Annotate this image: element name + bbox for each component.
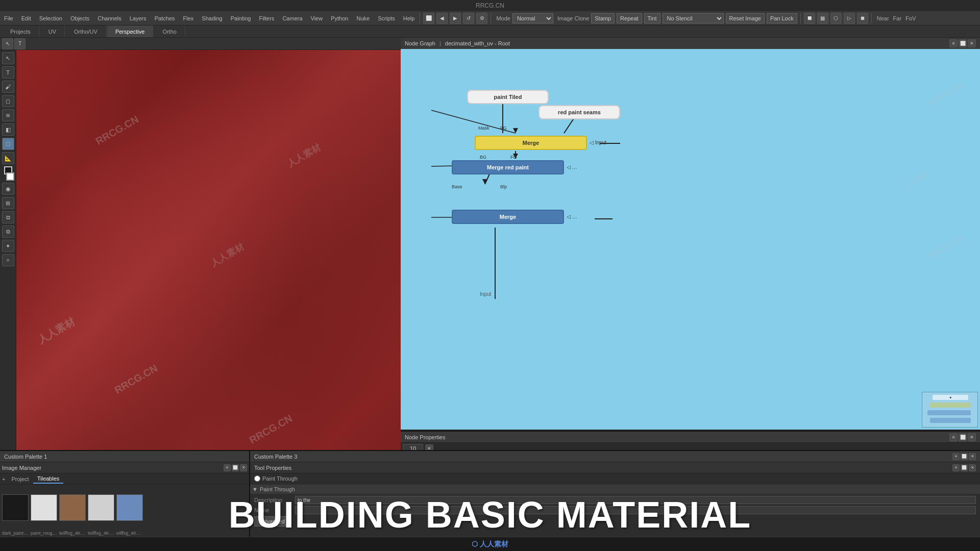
tool-eraser[interactable]: ◻: [2, 95, 14, 107]
props-icon-3[interactable]: ✕: [968, 433, 976, 441]
reset-image-button[interactable]: Reset Image: [726, 13, 765, 23]
graph-icon-2[interactable]: ⬜: [959, 39, 967, 47]
icon-9[interactable]: ▷: [844, 13, 855, 24]
imgmgr-icon-1[interactable]: ≡: [224, 464, 231, 471]
menu-channels[interactable]: Channels: [95, 14, 123, 22]
toolprops-icon-3[interactable]: ✕: [969, 464, 976, 471]
image-clone-label: Image Clone: [557, 15, 589, 21]
add-btn[interactable]: +: [2, 476, 5, 482]
menu-help[interactable]: Help: [401, 14, 417, 22]
top-toolbar: File Edit Selection Objects Channels Lay…: [0, 11, 980, 26]
props-icon-2[interactable]: ⬜: [959, 433, 967, 441]
divider-1: [420, 13, 420, 23]
menu-view[interactable]: View: [309, 14, 325, 22]
imgmgr-icon-3[interactable]: ✕: [240, 464, 247, 471]
svg-marker-12: [513, 128, 518, 133]
tool-icon-3[interactable]: ▶: [450, 13, 461, 24]
imgmgr-icon-2[interactable]: ⬜: [232, 464, 239, 471]
tool-icon-4[interactable]: ↺: [463, 13, 474, 24]
toolprops-icon-1[interactable]: ≡: [952, 464, 960, 471]
menu-filters[interactable]: Filters: [257, 14, 276, 22]
thumb-1[interactable]: [31, 494, 57, 521]
thumb-0[interactable]: [2, 494, 29, 521]
thumb-3[interactable]: [88, 494, 114, 521]
tool-active[interactable]: ⬡: [2, 138, 14, 150]
menu-flex[interactable]: Flex: [181, 14, 196, 22]
icon-10[interactable]: ⏹: [857, 13, 868, 24]
tint-button[interactable]: Tint: [644, 13, 660, 23]
menu-objects[interactable]: Objects: [68, 14, 91, 22]
tool-arrow[interactable]: ↖: [2, 52, 14, 64]
tool-fill[interactable]: ◧: [2, 123, 14, 136]
repeat-button[interactable]: Repeat: [617, 13, 642, 23]
stamp-button[interactable]: Stamp: [591, 13, 615, 23]
pal2-icon-1[interactable]: ≡: [952, 453, 960, 460]
menu-shading[interactable]: Shading: [200, 14, 224, 22]
tab-projects[interactable]: Projects: [2, 26, 39, 37]
tab-ortho-uv[interactable]: Ortho/UV: [66, 26, 106, 37]
menu-edit[interactable]: Edit: [19, 14, 33, 22]
tool-color-pick[interactable]: ◉: [2, 183, 14, 195]
description-input[interactable]: to the: [295, 496, 976, 504]
icon-8[interactable]: ⬡: [830, 13, 842, 24]
viewport-icon-1[interactable]: ↖: [2, 38, 13, 49]
node-graph-content[interactable]: paint Tiled red paint seams Mask FG Merg…: [401, 49, 980, 430]
stencil-select[interactable]: No Stencil: [663, 13, 724, 23]
graph-icon-1[interactable]: ≡: [949, 39, 958, 47]
tool-brush[interactable]: 🖌: [2, 81, 14, 93]
palette-2-header: Custom Palette 3 ≡ ⬜ ✕: [250, 451, 980, 462]
tool-text[interactable]: T: [2, 66, 14, 79]
menu-python[interactable]: Python: [329, 14, 350, 22]
status-logo: ⬡ 人人素材: [472, 540, 508, 549]
tool-smudge[interactable]: ≋: [2, 109, 14, 121]
node-red-paint-seams[interactable]: red paint seams: [538, 105, 620, 119]
tool-icon-5[interactable]: ⚙: [476, 13, 487, 24]
menu-selection[interactable]: Selection: [37, 14, 64, 22]
graph-icon-3[interactable]: ✕: [968, 39, 976, 47]
palette-tab-tileables[interactable]: Tileables: [33, 474, 64, 484]
menu-scripts[interactable]: Scripts: [376, 14, 397, 22]
pal2-icon-2[interactable]: ⬜: [961, 453, 968, 460]
tab-uv[interactable]: UV: [40, 26, 65, 37]
image-manager-header: Image Manager ≡ ⬜ ✕: [0, 462, 249, 473]
node-merge-red-paint[interactable]: Merge red paint: [452, 160, 564, 174]
menu-file[interactable]: File: [2, 14, 15, 22]
toolprops-icon-2[interactable]: ⬜: [961, 464, 968, 471]
node-red-paint-tiled[interactable]: paint Tiled: [467, 90, 549, 104]
paint-through-radio[interactable]: [254, 475, 260, 482]
tab-perspective[interactable]: Perspective: [107, 26, 153, 37]
tool-measure[interactable]: 📐: [2, 152, 14, 164]
paint-through-section[interactable]: ▼ Paint Through: [250, 485, 980, 494]
thumb-2[interactable]: [59, 494, 86, 521]
node-merge-1[interactable]: Merge: [475, 136, 587, 150]
mode-select[interactable]: Normal: [512, 13, 553, 23]
thumb-label-1: paint_roughness: [31, 531, 57, 536]
advanced-button[interactable]: Advanced: [254, 516, 290, 527]
tool-settings[interactable]: ⚙: [2, 226, 14, 238]
tool-layers[interactable]: ⧉: [2, 211, 14, 223]
far-label: Far: [893, 15, 902, 21]
menu-patches[interactable]: Patches: [153, 14, 177, 22]
tool-extra2[interactable]: ✧: [2, 254, 14, 266]
node-merge-2[interactable]: Merge: [452, 210, 564, 224]
pal2-icon-3[interactable]: ✕: [969, 453, 976, 460]
palette-tab-project[interactable]: Project: [7, 475, 33, 483]
menu-nuke[interactable]: Nuke: [354, 14, 372, 22]
tool-extra[interactable]: ✦: [2, 240, 14, 252]
pan-lock-button[interactable]: Pan Lock: [767, 13, 797, 23]
menu-camera[interactable]: Camera: [280, 14, 304, 22]
color-swatch-bg[interactable]: [6, 172, 14, 181]
icon-6[interactable]: 🔲: [804, 13, 815, 24]
viewport-icon-2[interactable]: T: [14, 38, 26, 49]
mini-map[interactable]: ●: [922, 392, 978, 428]
tool-icon-2[interactable]: ◀: [436, 13, 448, 24]
name-input[interactable]: [295, 506, 976, 514]
props-icon-1[interactable]: ≡: [949, 433, 958, 441]
thumb-4[interactable]: [116, 494, 143, 521]
tool-grid[interactable]: ⊞: [2, 197, 14, 209]
tab-ortho[interactable]: Ortho: [154, 26, 185, 37]
tool-icon-1[interactable]: ⬜: [423, 13, 434, 24]
menu-layers[interactable]: Layers: [128, 14, 149, 22]
icon-7[interactable]: ▦: [817, 13, 828, 24]
menu-painting[interactable]: Painting: [229, 14, 253, 22]
